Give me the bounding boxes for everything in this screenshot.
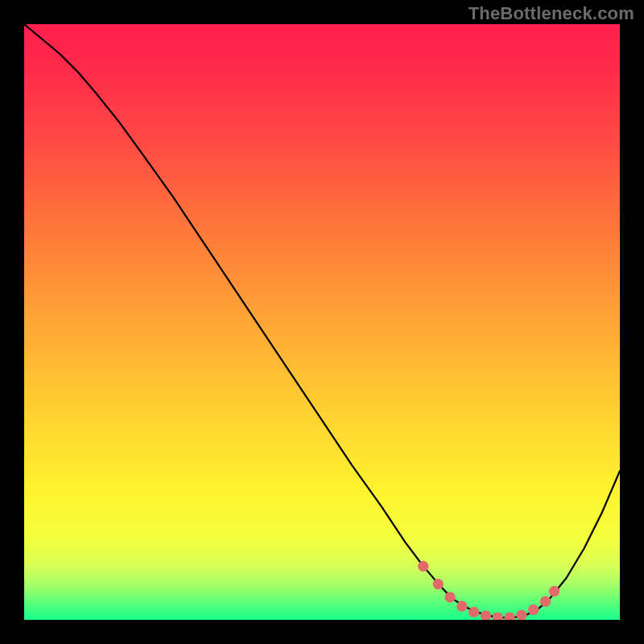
optimal-dot — [540, 596, 551, 606]
optimal-dot — [549, 586, 559, 597]
optimal-dot — [528, 605, 539, 615]
bottleneck-curve-chart — [24, 24, 620, 620]
optimal-dot — [456, 601, 467, 611]
optimal-dot — [444, 592, 455, 602]
optimal-dot — [433, 579, 444, 589]
watermark-text: TheBottleneck.com — [469, 3, 634, 24]
plot-area — [24, 24, 620, 620]
chart-container: TheBottleneck.com — [0, 0, 644, 644]
optimal-dot — [418, 561, 428, 572]
optimal-dot — [469, 607, 479, 617]
gradient-background — [24, 24, 620, 620]
